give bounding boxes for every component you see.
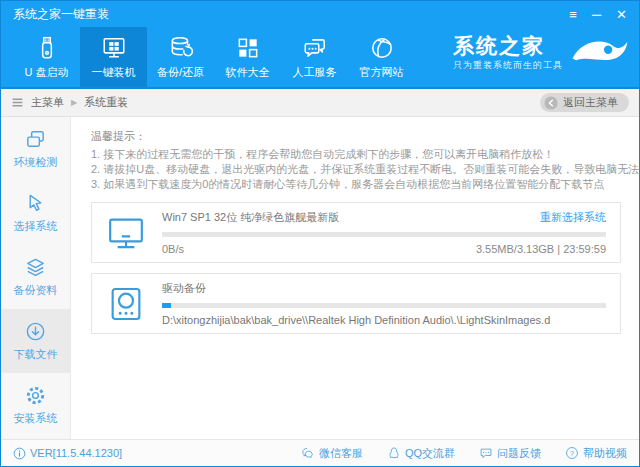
back-arrow-icon bbox=[544, 96, 558, 110]
wechat-support-link[interactable]: 微信客服 bbox=[301, 446, 363, 461]
cursor-icon bbox=[24, 192, 47, 215]
back-button-label: 返回主菜单 bbox=[563, 95, 618, 110]
nav-label: 人工服务 bbox=[293, 65, 337, 80]
help-question-icon: ? bbox=[565, 446, 579, 460]
app-window: 系统之家一键重装 ≡ ─ ✕ U 盘启动 一键装机 备份/还原 bbox=[0, 0, 640, 467]
download-circle-icon bbox=[24, 320, 47, 343]
driver-backup-path: D:\xitongzhijia\bak\bak_drive\\Realtek H… bbox=[162, 314, 606, 326]
nav-item-software[interactable]: 软件大全 bbox=[214, 27, 281, 87]
breadcrumb-bar: 主菜单 ▶ 系统重装 返回主菜单 bbox=[1, 89, 639, 117]
tips-title: 温馨提示： bbox=[91, 129, 621, 144]
tip-line-3: 3. 如果遇到下载速度为0的情况时请耐心等待几分钟，服务器会自动根据您当前网络位… bbox=[91, 177, 621, 192]
nav-label: 备份/还原 bbox=[157, 65, 204, 80]
chat-service-icon bbox=[301, 34, 329, 62]
download-speed: 0B/s bbox=[162, 243, 184, 255]
nav-label: U 盘启动 bbox=[25, 65, 69, 80]
main-content: 温馨提示： 1. 接下来的过程无需您的干预，程序会帮助您自动完成剩下的步骤，您可… bbox=[71, 117, 639, 439]
sidebar-item-label: 备份资料 bbox=[14, 283, 58, 298]
title-bar: 系统之家一键重装 ≡ ─ ✕ bbox=[1, 1, 639, 27]
usb-drive-icon bbox=[33, 34, 61, 62]
main-nav: U 盘启动 一键装机 备份/还原 软件大全 人工服务 bbox=[1, 27, 639, 89]
footer: VER[11.5.44.1230] 微信客服 QQ交流群 问题反馈 bbox=[1, 439, 639, 466]
brand-name: 系统之家 bbox=[453, 34, 545, 57]
drive-icon bbox=[106, 284, 146, 324]
nav-item-service[interactable]: 人工服务 bbox=[281, 27, 348, 87]
sidebar: 环境检测 选择系统 备份资料 下载文件 bbox=[1, 117, 71, 439]
driver-progress-fill bbox=[162, 303, 171, 308]
globe-icon bbox=[368, 34, 396, 62]
system-download-card: Win7 SP1 32位 纯净绿色旗舰最新版 重新选择系统 0B/s 3.55M… bbox=[91, 202, 621, 263]
minimize-icon[interactable]: ─ bbox=[592, 8, 601, 21]
download-status: 3.55MB/3.13GB | 23:59:59 bbox=[476, 243, 606, 255]
back-to-main-menu-button[interactable]: 返回主菜单 bbox=[540, 93, 629, 112]
tip-line-2: 2. 请拔掉U盘、移动硬盘，退出光驱内的光盘，并保证系统重装过程不断电。否则重装… bbox=[91, 162, 621, 177]
breadcrumb-arrow-icon: ▶ bbox=[71, 98, 77, 107]
sidebar-item-backup-data[interactable]: 备份资料 bbox=[1, 245, 70, 309]
sidebar-item-label: 选择系统 bbox=[14, 219, 58, 234]
driver-backup-card: 驱动备份 D:\xitongzhijia\bak\bak_drive\\Real… bbox=[91, 273, 621, 334]
info-icon bbox=[13, 447, 26, 460]
sidebar-item-label: 下载文件 bbox=[14, 347, 58, 362]
hamburger-icon[interactable] bbox=[11, 96, 24, 109]
windows-overlap-icon bbox=[24, 128, 47, 151]
footer-link-label: 问题反馈 bbox=[497, 446, 541, 461]
nav-item-website[interactable]: 官方网站 bbox=[348, 27, 415, 87]
qq-penguin-icon bbox=[387, 446, 401, 460]
svg-text:?: ? bbox=[570, 450, 574, 457]
monitor-icon bbox=[106, 213, 146, 253]
sidebar-item-install-system[interactable]: 安装系统 bbox=[1, 373, 70, 437]
system-progress-bar bbox=[162, 232, 606, 237]
help-video-link[interactable]: ? 帮助视频 bbox=[565, 446, 627, 461]
nav-label: 一键装机 bbox=[92, 65, 136, 80]
qq-group-link[interactable]: QQ交流群 bbox=[387, 446, 455, 461]
breadcrumb-root[interactable]: 主菜单 bbox=[31, 95, 64, 110]
version-info: VER[11.5.44.1230] bbox=[13, 447, 122, 460]
footer-link-label: QQ交流群 bbox=[405, 446, 455, 461]
version-text: VER[11.5.44.1230] bbox=[30, 447, 122, 459]
wechat-icon bbox=[301, 446, 315, 460]
nav-item-one-click-install[interactable]: 一键装机 bbox=[80, 27, 147, 87]
driver-progress-bar bbox=[162, 303, 606, 308]
layers-icon bbox=[24, 256, 47, 279]
nav-item-usb-boot[interactable]: U 盘启动 bbox=[13, 27, 80, 87]
reselect-system-link[interactable]: 重新选择系统 bbox=[540, 210, 606, 225]
breadcrumb-current: 系统重装 bbox=[84, 95, 128, 110]
window-controls: ≡ ─ ✕ bbox=[569, 8, 627, 21]
database-restore-icon bbox=[167, 34, 195, 62]
tip-line-1: 1. 接下来的过程无需您的干预，程序会帮助您自动完成剩下的步骤，您可以离开电脑稍… bbox=[91, 147, 621, 162]
sidebar-item-label: 环境检测 bbox=[14, 155, 58, 170]
footer-link-label: 微信客服 bbox=[319, 446, 363, 461]
nav-label: 官方网站 bbox=[360, 65, 404, 80]
feedback-link[interactable]: 问题反馈 bbox=[479, 446, 541, 461]
sidebar-item-select-system[interactable]: 选择系统 bbox=[1, 181, 70, 245]
sidebar-item-env-check[interactable]: 环境检测 bbox=[1, 117, 70, 181]
apps-grid-icon bbox=[234, 34, 262, 62]
nav-item-backup-restore[interactable]: 备份/还原 bbox=[147, 27, 214, 87]
sidebar-item-download-files[interactable]: 下载文件 bbox=[1, 309, 70, 373]
footer-links: 微信客服 QQ交流群 问题反馈 ? 帮助视频 bbox=[301, 446, 627, 461]
brand-tagline: 只为重装系统而生的工具 bbox=[453, 59, 563, 72]
monitor-windows-icon bbox=[100, 34, 128, 62]
menu-icon[interactable]: ≡ bbox=[569, 8, 577, 21]
driver-backup-title: 驱动备份 bbox=[162, 281, 206, 296]
footer-link-label: 帮助视频 bbox=[583, 446, 627, 461]
close-icon[interactable]: ✕ bbox=[616, 8, 627, 21]
brand-swoosh-icon bbox=[567, 34, 631, 72]
nav-label: 软件大全 bbox=[226, 65, 270, 80]
system-title: Win7 SP1 32位 纯净绿色旗舰最新版 bbox=[162, 210, 339, 225]
brand: 系统之家 只为重装系统而生的工具 bbox=[453, 34, 631, 72]
gear-icon bbox=[24, 384, 47, 407]
window-title: 系统之家一键重装 bbox=[13, 6, 109, 23]
feedback-bubble-icon bbox=[479, 446, 493, 460]
sidebar-item-label: 安装系统 bbox=[14, 411, 58, 426]
